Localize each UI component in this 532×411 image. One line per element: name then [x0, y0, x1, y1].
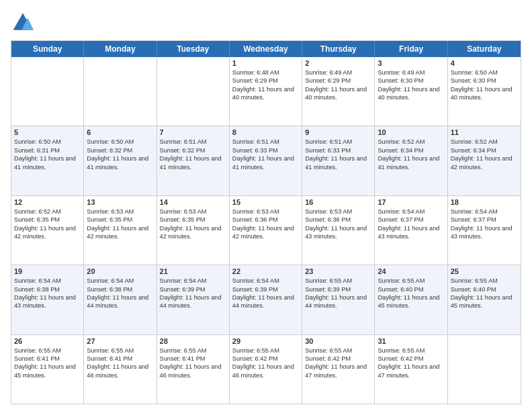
day-number: 21	[160, 267, 226, 275]
header-day-tuesday: Tuesday	[157, 41, 230, 57]
header-day-sunday: Sunday	[11, 41, 84, 57]
day-number: 20	[87, 267, 153, 275]
day-cell-24: 24Sunrise: 6:55 AM Sunset: 6:40 PM Dayli…	[375, 265, 447, 334]
header-day-saturday: Saturday	[448, 41, 521, 57]
day-number: 12	[14, 198, 81, 206]
day-cell-19: 19Sunrise: 6:54 AM Sunset: 6:38 PM Dayli…	[11, 265, 84, 334]
day-info: Sunrise: 6:54 AM Sunset: 6:39 PM Dayligh…	[232, 277, 299, 310]
day-number: 7	[160, 128, 226, 136]
day-number: 10	[378, 128, 444, 136]
calendar: SundayMondayTuesdayWednesdayThursdayFrid…	[11, 40, 521, 404]
day-number: 27	[87, 337, 153, 345]
day-info: Sunrise: 6:54 AM Sunset: 6:37 PM Dayligh…	[451, 208, 518, 241]
day-number: 3	[378, 59, 444, 67]
day-info: Sunrise: 6:53 AM Sunset: 6:35 PM Dayligh…	[87, 208, 153, 241]
logo	[11, 11, 38, 35]
day-number: 30	[305, 337, 371, 345]
day-cell-6: 6Sunrise: 6:50 AM Sunset: 6:32 PM Daylig…	[84, 126, 157, 195]
day-number: 13	[87, 198, 153, 206]
day-cell-8: 8Sunrise: 6:51 AM Sunset: 6:33 PM Daylig…	[230, 126, 302, 195]
day-cell-16: 16Sunrise: 6:53 AM Sunset: 6:36 PM Dayli…	[302, 196, 375, 265]
header-day-monday: Monday	[84, 41, 157, 57]
day-number: 6	[87, 128, 153, 136]
day-cell-25: 25Sunrise: 6:55 AM Sunset: 6:40 PM Dayli…	[448, 265, 521, 334]
calendar-body: 1Sunrise: 6:48 AM Sunset: 6:29 PM Daylig…	[11, 57, 521, 404]
day-cell-5: 5Sunrise: 6:50 AM Sunset: 6:31 PM Daylig…	[11, 126, 84, 195]
day-cell-23: 23Sunrise: 6:55 AM Sunset: 6:39 PM Dayli…	[302, 265, 375, 334]
day-number: 14	[160, 198, 226, 206]
header-day-thursday: Thursday	[302, 41, 375, 57]
day-number: 11	[451, 128, 518, 136]
day-number: 26	[14, 337, 81, 345]
empty-cell	[11, 57, 84, 126]
day-cell-7: 7Sunrise: 6:51 AM Sunset: 6:32 PM Daylig…	[157, 126, 230, 195]
day-cell-3: 3Sunrise: 6:49 AM Sunset: 6:30 PM Daylig…	[375, 57, 447, 126]
logo-icon	[11, 11, 35, 35]
day-number: 22	[232, 267, 299, 275]
day-info: Sunrise: 6:54 AM Sunset: 6:38 PM Dayligh…	[14, 277, 81, 310]
day-info: Sunrise: 6:52 AM Sunset: 6:34 PM Dayligh…	[451, 138, 518, 171]
day-cell-28: 28Sunrise: 6:55 AM Sunset: 6:41 PM Dayli…	[157, 335, 230, 404]
day-number: 16	[305, 198, 371, 206]
day-cell-26: 26Sunrise: 6:55 AM Sunset: 6:41 PM Dayli…	[11, 335, 84, 404]
day-number: 17	[378, 198, 444, 206]
day-number: 1	[232, 59, 299, 67]
day-info: Sunrise: 6:48 AM Sunset: 6:29 PM Dayligh…	[232, 68, 299, 102]
day-cell-10: 10Sunrise: 6:52 AM Sunset: 6:34 PM Dayli…	[375, 126, 447, 195]
day-info: Sunrise: 6:54 AM Sunset: 6:38 PM Dayligh…	[87, 277, 153, 310]
day-info: Sunrise: 6:50 AM Sunset: 6:31 PM Dayligh…	[14, 138, 81, 171]
header	[11, 11, 521, 35]
header-day-friday: Friday	[375, 41, 447, 57]
day-info: Sunrise: 6:55 AM Sunset: 6:41 PM Dayligh…	[14, 347, 81, 380]
day-cell-18: 18Sunrise: 6:54 AM Sunset: 6:37 PM Dayli…	[448, 196, 521, 265]
day-cell-2: 2Sunrise: 6:49 AM Sunset: 6:29 PM Daylig…	[302, 57, 375, 126]
day-cell-27: 27Sunrise: 6:55 AM Sunset: 6:41 PM Dayli…	[84, 335, 157, 404]
day-info: Sunrise: 6:51 AM Sunset: 6:33 PM Dayligh…	[232, 138, 299, 171]
day-info: Sunrise: 6:49 AM Sunset: 6:30 PM Dayligh…	[378, 68, 444, 102]
day-number: 9	[305, 128, 371, 136]
day-cell-31: 31Sunrise: 6:55 AM Sunset: 6:42 PM Dayli…	[375, 335, 447, 404]
day-number: 28	[160, 337, 226, 345]
day-cell-30: 30Sunrise: 6:55 AM Sunset: 6:42 PM Dayli…	[302, 335, 375, 404]
day-cell-29: 29Sunrise: 6:55 AM Sunset: 6:42 PM Dayli…	[230, 335, 302, 404]
day-cell-11: 11Sunrise: 6:52 AM Sunset: 6:34 PM Dayli…	[448, 126, 521, 195]
day-cell-21: 21Sunrise: 6:54 AM Sunset: 6:39 PM Dayli…	[157, 265, 230, 334]
calendar-row-1: 5Sunrise: 6:50 AM Sunset: 6:31 PM Daylig…	[11, 126, 521, 195]
day-info: Sunrise: 6:52 AM Sunset: 6:34 PM Dayligh…	[378, 138, 444, 171]
day-cell-14: 14Sunrise: 6:53 AM Sunset: 6:35 PM Dayli…	[157, 196, 230, 265]
empty-cell	[84, 57, 157, 126]
day-cell-1: 1Sunrise: 6:48 AM Sunset: 6:29 PM Daylig…	[230, 57, 302, 126]
day-cell-9: 9Sunrise: 6:51 AM Sunset: 6:33 PM Daylig…	[302, 126, 375, 195]
page: SundayMondayTuesdayWednesdayThursdayFrid…	[0, 0, 532, 411]
day-info: Sunrise: 6:53 AM Sunset: 6:36 PM Dayligh…	[305, 208, 371, 241]
day-info: Sunrise: 6:52 AM Sunset: 6:35 PM Dayligh…	[14, 208, 81, 241]
day-info: Sunrise: 6:51 AM Sunset: 6:32 PM Dayligh…	[160, 138, 226, 171]
calendar-row-3: 19Sunrise: 6:54 AM Sunset: 6:38 PM Dayli…	[11, 265, 521, 334]
day-number: 5	[14, 128, 81, 136]
day-number: 23	[305, 267, 371, 275]
day-number: 8	[232, 128, 299, 136]
day-number: 4	[451, 59, 518, 67]
day-number: 2	[305, 59, 371, 67]
day-number: 19	[14, 267, 81, 275]
day-info: Sunrise: 6:55 AM Sunset: 6:39 PM Dayligh…	[305, 277, 371, 310]
day-info: Sunrise: 6:55 AM Sunset: 6:41 PM Dayligh…	[160, 347, 226, 380]
day-info: Sunrise: 6:53 AM Sunset: 6:36 PM Dayligh…	[232, 208, 299, 241]
day-number: 18	[451, 198, 518, 206]
day-info: Sunrise: 6:50 AM Sunset: 6:32 PM Dayligh…	[87, 138, 153, 171]
day-info: Sunrise: 6:55 AM Sunset: 6:40 PM Dayligh…	[378, 277, 444, 310]
day-info: Sunrise: 6:51 AM Sunset: 6:33 PM Dayligh…	[305, 138, 371, 171]
day-number: 25	[451, 267, 518, 275]
day-info: Sunrise: 6:55 AM Sunset: 6:42 PM Dayligh…	[378, 347, 444, 380]
day-info: Sunrise: 6:55 AM Sunset: 6:42 PM Dayligh…	[305, 347, 371, 380]
day-info: Sunrise: 6:54 AM Sunset: 6:37 PM Dayligh…	[378, 208, 444, 241]
day-cell-20: 20Sunrise: 6:54 AM Sunset: 6:38 PM Dayli…	[84, 265, 157, 334]
day-info: Sunrise: 6:54 AM Sunset: 6:39 PM Dayligh…	[160, 277, 226, 310]
day-cell-22: 22Sunrise: 6:54 AM Sunset: 6:39 PM Dayli…	[230, 265, 302, 334]
day-cell-12: 12Sunrise: 6:52 AM Sunset: 6:35 PM Dayli…	[11, 196, 84, 265]
day-cell-13: 13Sunrise: 6:53 AM Sunset: 6:35 PM Dayli…	[84, 196, 157, 265]
calendar-row-4: 26Sunrise: 6:55 AM Sunset: 6:41 PM Dayli…	[11, 334, 521, 404]
empty-cell	[157, 57, 230, 126]
calendar-row-2: 12Sunrise: 6:52 AM Sunset: 6:35 PM Dayli…	[11, 195, 521, 265]
calendar-header: SundayMondayTuesdayWednesdayThursdayFrid…	[11, 41, 521, 57]
